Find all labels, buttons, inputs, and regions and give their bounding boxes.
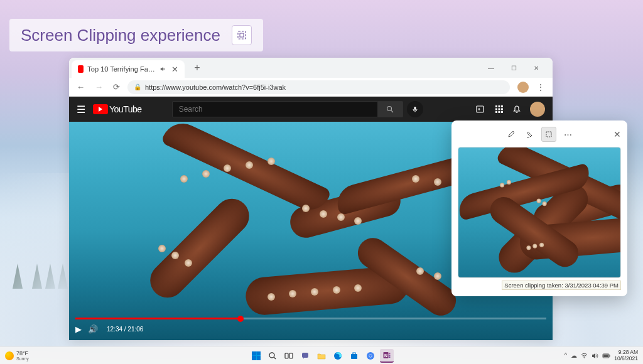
tray-onedrive-icon[interactable]: ☁ (571, 352, 577, 359)
taskbar-weather-widget[interactable]: 78°F Sunny (5, 351, 29, 361)
weather-desc: Sunny (16, 356, 29, 361)
svg-point-33 (584, 357, 585, 358)
tab-close-button[interactable]: ✕ (171, 65, 178, 74)
url-text: https://www.youtube.com/watch?v=6fj5i-i3… (145, 83, 286, 91)
notifications-bell-icon[interactable] (512, 105, 521, 114)
svg-point-27 (369, 355, 372, 357)
tray-battery-icon[interactable] (602, 353, 610, 358)
start-button[interactable] (249, 349, 263, 363)
weather-temp: 78°F (16, 351, 29, 356)
svg-rect-1 (240, 33, 244, 37)
clip-thumbnail[interactable] (458, 147, 621, 278)
svg-rect-21 (289, 353, 293, 358)
browser-menu-button[interactable]: ⋮ (534, 82, 548, 92)
browser-profile-avatar[interactable] (517, 82, 529, 93)
svg-rect-12 (498, 109, 500, 110)
clip-caption: Screen clipping taken: 3/31/2023 04:39 P… (502, 281, 621, 290)
clip-highlighter-tool[interactable] (522, 127, 538, 142)
window-maximize-button[interactable]: ☐ (505, 59, 522, 77)
svg-rect-11 (495, 109, 497, 110)
svg-rect-16 (501, 111, 503, 113)
window-minimize-button[interactable]: — (482, 59, 500, 77)
sun-icon (5, 351, 14, 360)
svg-rect-6 (414, 107, 416, 110)
svg-rect-30 (389, 353, 391, 354)
svg-rect-32 (389, 356, 391, 358)
clip-toolbar: ⋯ ✕ (458, 127, 621, 142)
nav-forward-button[interactable]: → (92, 81, 105, 93)
clip-icon-badge (232, 25, 252, 45)
svg-rect-17 (546, 132, 551, 137)
tray-chevron-icon[interactable]: ^ (564, 352, 567, 359)
youtube-logo[interactable]: YouTube (93, 104, 142, 114)
url-input[interactable]: 🔒 https://www.youtube.com/watch?v=6fj5i-… (127, 80, 510, 94)
taskbar-store-icon[interactable] (347, 349, 361, 363)
microphone-icon (412, 106, 418, 112)
browser-tab[interactable]: Top 10 Terrifying Facts abo... ✕ (72, 60, 185, 78)
taskbar-chat-icon[interactable] (298, 349, 312, 363)
clip-crop-tool[interactable] (541, 127, 556, 142)
windows-taskbar: 78°F Sunny N ^ ☁ 9:28 AM 10/6/2021 (0, 346, 643, 364)
clip-pen-tool[interactable] (504, 127, 519, 142)
svg-point-4 (387, 107, 392, 111)
svg-rect-31 (389, 355, 391, 356)
svg-rect-0 (238, 31, 246, 39)
svg-rect-35 (603, 355, 608, 357)
youtube-logo-text: YouTube (109, 104, 142, 114)
volume-button[interactable]: 🔊 (88, 324, 98, 334)
youtube-header: ☰ YouTube (69, 97, 553, 122)
svg-text:N: N (384, 353, 387, 358)
taskbar-chrome-icon[interactable] (364, 349, 377, 363)
clip-more-button[interactable]: ⋯ (560, 127, 575, 142)
task-view-icon[interactable] (282, 349, 296, 363)
tray-volume-icon[interactable] (592, 353, 598, 359)
search-icon (386, 105, 394, 113)
feature-title-overlay: Screen Clipping experience (9, 19, 263, 51)
lock-icon: 🔒 (134, 83, 141, 90)
svg-point-18 (269, 353, 274, 358)
youtube-favicon-icon (78, 65, 84, 73)
screen-clip-icon (237, 30, 247, 40)
svg-rect-13 (501, 109, 503, 110)
apps-grid-icon[interactable] (495, 105, 504, 114)
svg-rect-36 (610, 355, 610, 356)
taskbar-clock[interactable]: 9:28 AM 10/6/2021 (614, 350, 638, 361)
svg-rect-9 (498, 105, 500, 107)
taskbar-file-explorer-icon[interactable] (315, 349, 328, 363)
taskbar-onenote-icon[interactable]: N (380, 349, 394, 363)
nav-reload-button[interactable]: ⟳ (111, 81, 122, 93)
hamburger-menu-icon[interactable]: ☰ (77, 104, 85, 115)
taskbar-search-icon[interactable] (266, 349, 279, 363)
youtube-search-input[interactable] (172, 101, 378, 117)
nav-back-button[interactable]: ← (74, 81, 87, 93)
taskbar-edge-icon[interactable] (331, 349, 345, 363)
youtube-account-avatar[interactable] (530, 102, 545, 117)
browser-titlebar: Top 10 Terrifying Facts abo... ✕ + — ☐ ✕ (69, 58, 553, 78)
play-button[interactable]: ▶ (75, 324, 82, 334)
window-close-button[interactable]: ✕ (527, 59, 545, 77)
speaker-mute-icon[interactable] (160, 66, 165, 72)
onenote-clip-panel: ⋯ ✕ Screen clipping taken: 3/31/2023 04:… (451, 120, 627, 296)
address-bar: ← → ⟳ 🔒 https://www.youtube.com/watch?v=… (69, 78, 553, 97)
clip-close-button[interactable]: ✕ (613, 129, 621, 139)
new-tab-button[interactable]: + (190, 60, 205, 75)
feature-title: Screen Clipping experience (21, 26, 220, 45)
voice-search-button[interactable] (407, 101, 423, 117)
tray-wifi-icon[interactable] (581, 353, 588, 358)
clock-date: 10/6/2021 (614, 356, 638, 361)
svg-line-19 (274, 357, 276, 359)
video-time-display: 12:34 / 21:06 (107, 326, 143, 333)
video-progress-fill (75, 318, 240, 319)
create-video-icon[interactable] (476, 105, 486, 114)
video-controls-bar: ▶ 🔊 12:34 / 21:06 (69, 318, 553, 340)
svg-rect-15 (498, 111, 500, 113)
svg-rect-8 (495, 105, 497, 107)
svg-line-5 (391, 110, 393, 112)
svg-rect-24 (351, 354, 357, 359)
tab-title: Top 10 Terrifying Facts abo... (87, 65, 156, 73)
svg-rect-20 (285, 353, 288, 358)
svg-rect-10 (501, 105, 503, 107)
youtube-search-button[interactable] (378, 101, 403, 117)
svg-rect-22 (302, 353, 308, 358)
video-progress-bar[interactable] (75, 318, 546, 319)
